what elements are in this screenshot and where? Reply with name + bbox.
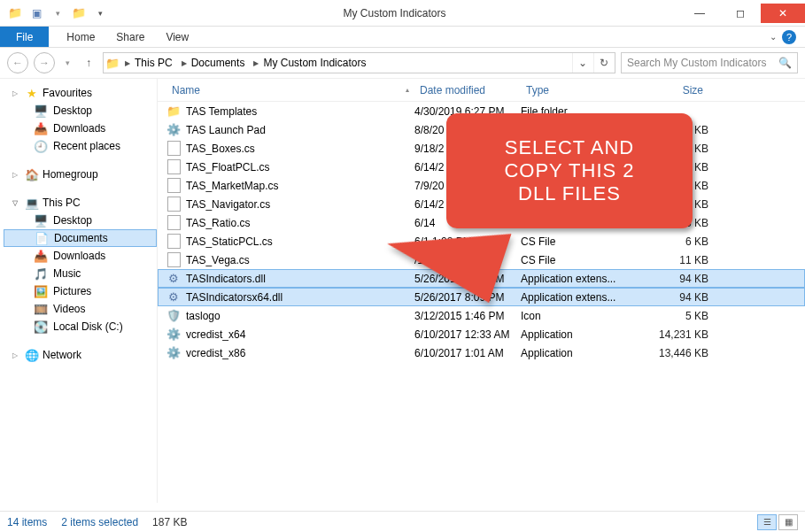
sidebar-item-downloads[interactable]: 📥Downloads bbox=[4, 120, 157, 137]
star-icon: ★ bbox=[25, 86, 39, 100]
sidebar-item-recent[interactable]: 🕘Recent places bbox=[4, 137, 157, 155]
file-name: vcredist_x86 bbox=[186, 347, 245, 359]
file-date: 6/10/2017 12:33 AM bbox=[414, 328, 521, 341]
csharp-file-icon bbox=[166, 216, 181, 230]
file-date: 3/12/2015 1:46 PM bbox=[414, 310, 521, 322]
new-folder-icon[interactable]: 📁 bbox=[69, 4, 89, 23]
file-name: TAS Templates bbox=[186, 105, 257, 118]
status-selection-count: 2 items selected bbox=[61, 516, 138, 528]
file-name: TAS_Vega.cs bbox=[186, 254, 250, 266]
file-name: TAS_StaticPCL.cs bbox=[186, 235, 273, 248]
nav-back-button[interactable]: ← bbox=[7, 52, 28, 73]
file-row[interactable]: ⚙️vcredist_x646/10/2017 12:33 AMApplicat… bbox=[158, 325, 805, 343]
breadcrumb-folder[interactable]: My Custom Indicators bbox=[263, 57, 366, 69]
chevron-right-icon[interactable]: ▶ bbox=[182, 59, 187, 67]
status-selection-size: 187 KB bbox=[152, 516, 187, 528]
ribbon-expand-icon[interactable]: ⌄ bbox=[770, 32, 777, 42]
navigation-pane[interactable]: ▷★Favourites 🖥️Desktop 📥Downloads 🕘Recen… bbox=[0, 79, 158, 503]
sidebar-network-header[interactable]: ▷🌐Network bbox=[4, 346, 157, 364]
qat-overflow-icon[interactable]: ▾ bbox=[90, 4, 110, 23]
column-header-name[interactable]: Name▴ bbox=[166, 84, 414, 96]
file-size: 14,231 KB bbox=[638, 328, 708, 341]
annotation-callout: SELECT AND COPY THIS 2 DLL FILES bbox=[446, 113, 693, 228]
status-item-count: 14 items bbox=[7, 516, 47, 528]
address-bar[interactable]: 📁 ▶This PC ▶Documents ▶My Custom Indicat… bbox=[103, 52, 615, 73]
maximize-button[interactable]: ◻ bbox=[720, 4, 761, 23]
exe-icon: ⚙️ bbox=[166, 346, 181, 360]
folder-icon[interactable]: 📁 bbox=[5, 4, 25, 23]
sidebar-item-pc-videos[interactable]: 🎞️Videos bbox=[4, 300, 157, 318]
sidebar-item-pc-downloads[interactable]: 📥Downloads bbox=[4, 247, 157, 265]
sidebar-item-pc-pictures[interactable]: 🖼️Pictures bbox=[4, 282, 157, 300]
folder-icon: 📁 bbox=[166, 104, 181, 119]
sidebar-item-pc-desktop[interactable]: 🖥️Desktop bbox=[4, 212, 157, 229]
sidebar-item-pc-localdisk[interactable]: 💽Local Disk (C:) bbox=[4, 318, 157, 335]
refresh-button[interactable]: ↻ bbox=[593, 53, 613, 73]
breadcrumb-documents[interactable]: Documents bbox=[191, 57, 245, 69]
file-name: TASIndicatorsx64.dll bbox=[186, 291, 283, 304]
file-name: TAS Launch Pad bbox=[186, 124, 266, 136]
file-size: 94 KB bbox=[638, 291, 708, 304]
view-tab[interactable]: View bbox=[155, 27, 199, 47]
ico-icon: 🛡️ bbox=[166, 309, 181, 323]
recent-icon: 🕘 bbox=[34, 139, 48, 153]
downloads-icon: 📥 bbox=[34, 249, 48, 263]
file-row[interactable]: ⚙️vcredist_x866/10/2017 1:01 AMApplicati… bbox=[158, 343, 805, 362]
csharp-file-icon bbox=[166, 197, 181, 212]
file-type: Icon bbox=[521, 310, 638, 322]
sidebar-item-desktop[interactable]: 🖥️Desktop bbox=[4, 102, 157, 120]
file-type: CS File bbox=[521, 254, 638, 266]
home-tab[interactable]: Home bbox=[56, 27, 105, 47]
music-icon: 🎵 bbox=[34, 266, 48, 281]
csharp-file-icon bbox=[166, 160, 181, 174]
dll-icon: ⚙ bbox=[166, 272, 181, 286]
file-type: Application bbox=[521, 328, 638, 341]
file-row[interactable]: 🛡️taslogo3/12/2015 1:46 PMIcon5 KB bbox=[158, 306, 805, 325]
csharp-file-icon bbox=[166, 179, 181, 193]
file-size: 5 KB bbox=[638, 310, 708, 322]
sidebar-item-pc-documents[interactable]: 📄Documents bbox=[4, 229, 157, 247]
search-input[interactable]: Search My Custom Indicators 🔍 bbox=[621, 52, 798, 73]
file-name: TASIndicators.dll bbox=[186, 273, 266, 285]
sidebar-homegroup-header[interactable]: ▷🏠Homegroup bbox=[4, 166, 157, 183]
csharp-file-icon bbox=[166, 253, 181, 267]
disk-icon: 💽 bbox=[34, 320, 48, 334]
sidebar-favourites-header[interactable]: ▷★Favourites bbox=[4, 84, 157, 102]
column-header-type[interactable]: Type bbox=[521, 84, 638, 96]
column-header-size[interactable]: Size bbox=[638, 84, 708, 96]
nav-history-dropdown[interactable]: ▾ bbox=[60, 56, 74, 70]
sidebar-item-pc-music[interactable]: 🎵Music bbox=[4, 265, 157, 282]
sidebar-thispc-header[interactable]: ▽💻This PC bbox=[4, 194, 157, 212]
chevron-right-icon[interactable]: ▶ bbox=[253, 59, 259, 67]
close-button[interactable]: ✕ bbox=[761, 4, 805, 23]
nav-up-button[interactable]: ↑ bbox=[80, 54, 97, 72]
file-name: TAS_Boxes.cs bbox=[186, 143, 255, 155]
breadcrumb-root[interactable]: This PC bbox=[135, 57, 173, 69]
file-name: taslogo bbox=[186, 310, 221, 322]
sort-asc-icon: ▴ bbox=[406, 86, 409, 94]
minimize-button[interactable]: — bbox=[679, 4, 720, 23]
file-name: TAS_Ratio.cs bbox=[186, 217, 250, 229]
help-icon[interactable]: ? bbox=[782, 30, 796, 44]
properties-icon[interactable]: ▣ bbox=[27, 4, 46, 23]
view-large-icons-button[interactable]: ▦ bbox=[778, 514, 798, 530]
column-header-date[interactable]: Date modified bbox=[414, 84, 521, 96]
chevron-right-icon[interactable]: ▶ bbox=[125, 59, 130, 67]
view-details-button[interactable]: ☰ bbox=[757, 514, 777, 530]
homegroup-icon: 🏠 bbox=[25, 167, 39, 181]
file-size: 13,446 KB bbox=[638, 347, 708, 359]
address-folder-icon: 📁 bbox=[105, 56, 120, 70]
file-type: Application extens... bbox=[521, 291, 638, 304]
file-name: TAS_MarketMap.cs bbox=[186, 180, 278, 192]
search-icon: 🔍 bbox=[778, 57, 792, 69]
share-tab[interactable]: Share bbox=[105, 27, 155, 47]
file-size: 6 KB bbox=[638, 235, 708, 248]
nav-forward-button: → bbox=[34, 52, 55, 73]
videos-icon: 🎞️ bbox=[34, 302, 48, 316]
undo-dropdown-icon[interactable]: ▾ bbox=[48, 4, 67, 23]
documents-icon: 📄 bbox=[35, 231, 49, 245]
file-tab[interactable]: File bbox=[0, 27, 49, 47]
csharp-file-icon bbox=[166, 235, 181, 249]
address-dropdown-button[interactable]: ⌄ bbox=[572, 53, 592, 73]
dll-icon: ⚙ bbox=[166, 290, 181, 305]
